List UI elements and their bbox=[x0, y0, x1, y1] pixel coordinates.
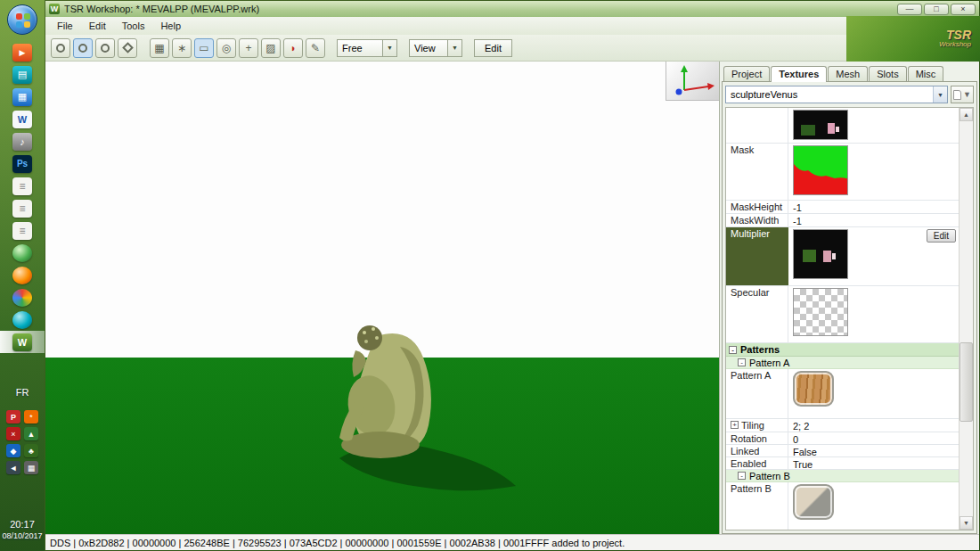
menu-tools[interactable]: Tools bbox=[114, 19, 153, 33]
tray-close-app-icon[interactable]: × bbox=[6, 427, 20, 440]
scroll-down-button[interactable]: ▼ bbox=[960, 516, 973, 530]
tray-leaf-app-icon[interactable]: ♣ bbox=[24, 444, 38, 457]
language-indicator[interactable]: FR bbox=[16, 387, 29, 398]
tray-paw-app-icon[interactable]: * bbox=[24, 410, 38, 424]
tsr-workshop-taskbar-icon: W bbox=[12, 333, 32, 351]
sculpture-venus-model[interactable] bbox=[313, 311, 553, 525]
camera-orbit-button[interactable] bbox=[51, 38, 70, 58]
view-combo[interactable]: View ▼ bbox=[409, 39, 462, 57]
taskbar-item[interactable]: ▤ bbox=[0, 63, 45, 86]
tsr-workshop-window: W TSR Workshop: * MEVALPP (MEVALPP.wrk) … bbox=[45, 0, 980, 551]
pencil-tool-icon: ✎ bbox=[311, 42, 320, 54]
tab-textures[interactable]: Textures bbox=[771, 66, 827, 82]
tray-blue-app-icon[interactable]: ◆ bbox=[6, 444, 20, 457]
target-button[interactable]: ◎ bbox=[216, 38, 236, 58]
textures-tab-body: sculptureVenus ▼ ▼ bbox=[722, 81, 977, 534]
scroll-thumb[interactable] bbox=[960, 342, 973, 422]
chevron-down-icon[interactable]: ▼ bbox=[933, 86, 947, 103]
tray-speaker-icon[interactable]: ◄ bbox=[6, 461, 20, 474]
tiling-value[interactable]: 2; 2 bbox=[788, 419, 959, 432]
multiplier-texture-thumbnail[interactable] bbox=[793, 229, 848, 279]
start-orb[interactable] bbox=[7, 4, 37, 35]
rotation-value[interactable]: 0 bbox=[788, 432, 959, 444]
tab-misc[interactable]: Misc bbox=[908, 66, 944, 81]
pattern-a-thumbnail[interactable] bbox=[793, 371, 834, 407]
close-button[interactable]: × bbox=[951, 4, 976, 15]
taskbar-item[interactable]: Ps bbox=[0, 152, 45, 175]
collapse-icon[interactable]: - bbox=[738, 472, 746, 480]
tab-project[interactable]: Project bbox=[723, 66, 770, 81]
chevron-down-icon[interactable]: ▼ bbox=[383, 39, 397, 57]
mask-width-value[interactable]: -1 bbox=[788, 214, 959, 226]
grid-tool-icon: ▦ bbox=[154, 42, 164, 54]
clock[interactable]: 20:17 bbox=[10, 519, 35, 530]
texture-view-button[interactable]: ▨ bbox=[261, 38, 281, 58]
overlay-texture-thumbnail[interactable] bbox=[793, 110, 848, 140]
maximize-button[interactable]: □ bbox=[924, 4, 949, 15]
paint-button[interactable]: ◗ bbox=[283, 38, 303, 58]
tray-icon-grid: P * × ▲ ◆ ♣ ◄ ▦ bbox=[6, 410, 38, 474]
taskbar-item[interactable] bbox=[0, 286, 45, 308]
specular-texture-thumbnail[interactable] bbox=[793, 288, 848, 336]
table-row: Enabled True bbox=[726, 457, 959, 470]
menu-help[interactable]: Help bbox=[152, 19, 189, 33]
camera-mode-value: Free bbox=[337, 39, 383, 57]
camera-zoom-button[interactable] bbox=[95, 38, 115, 58]
texture-group-combo[interactable]: sculptureVenus ▼ bbox=[725, 86, 948, 103]
collapse-icon[interactable]: - bbox=[738, 358, 746, 366]
edit-button[interactable]: Edit bbox=[474, 39, 512, 57]
date[interactable]: 08/10/2017 bbox=[2, 531, 42, 540]
circle-outline-icon bbox=[101, 44, 110, 53]
tray-p-app-icon[interactable]: P bbox=[6, 410, 20, 424]
texture-options-button[interactable]: ▼ bbox=[951, 86, 974, 103]
multiplier-edit-button[interactable]: Edit bbox=[927, 229, 956, 243]
titlebar[interactable]: W TSR Workshop: * MEVALPP (MEVALPP.wrk) … bbox=[45, 1, 979, 17]
app-icon: W bbox=[49, 4, 60, 14]
viewport-3d[interactable] bbox=[45, 62, 720, 534]
taskbar-item[interactable]: ▶ bbox=[0, 41, 45, 63]
tab-slots[interactable]: Slots bbox=[869, 66, 906, 81]
taskbar-item[interactable]: ▦ bbox=[0, 86, 45, 108]
taskbar-icon-list: ▶ ▤ ▦ W ♪ Ps ≡ ≡ ≡ W bbox=[0, 41, 45, 353]
taskbar-item[interactable]: W bbox=[0, 108, 45, 130]
scroll-up-button[interactable]: ▲ bbox=[960, 108, 973, 121]
camera-mode-combo[interactable]: Free ▼ bbox=[337, 39, 397, 57]
tasklist-icon: ≡ bbox=[12, 222, 32, 240]
move-axes-button[interactable]: + bbox=[239, 38, 258, 58]
chevron-down-icon[interactable]: ▼ bbox=[448, 39, 462, 57]
pattern-b-section-header: - Pattern B bbox=[726, 470, 959, 482]
pattern-b-thumbnail[interactable] bbox=[793, 484, 834, 520]
taskbar-item[interactable] bbox=[0, 264, 45, 286]
edit-mesh-button[interactable]: ✎ bbox=[306, 38, 325, 58]
taskbar-item[interactable]: ≡ bbox=[0, 175, 45, 197]
menu-edit[interactable]: Edit bbox=[81, 19, 114, 33]
taskbar-item[interactable]: ≡ bbox=[0, 197, 45, 219]
collapse-icon[interactable]: - bbox=[729, 346, 737, 354]
axis-gizmo[interactable] bbox=[666, 62, 719, 101]
mask-texture-thumbnail[interactable] bbox=[793, 145, 848, 195]
tray-green-app-icon[interactable]: ▲ bbox=[24, 427, 38, 440]
window-controls: — □ × bbox=[897, 4, 976, 15]
pattern-b-header-label: Pattern B bbox=[749, 471, 790, 481]
taskbar-item[interactable]: ♪ bbox=[0, 130, 45, 152]
preview-mode-button[interactable]: ▭ bbox=[194, 38, 214, 58]
linked-value[interactable]: False bbox=[788, 445, 959, 456]
scroll-track[interactable] bbox=[960, 121, 973, 516]
taskbar-item[interactable] bbox=[0, 242, 45, 264]
menu-file[interactable]: File bbox=[49, 19, 81, 33]
tab-mesh[interactable]: Mesh bbox=[828, 66, 868, 81]
taskbar-item-tsr-workshop-active[interactable]: W bbox=[0, 331, 45, 353]
panel-tabs: Project Textures Mesh Slots Misc bbox=[722, 64, 977, 81]
tray-display-icon[interactable]: ▦ bbox=[24, 461, 38, 474]
show-grid-button[interactable]: ▦ bbox=[150, 38, 169, 58]
taskbar-item[interactable] bbox=[0, 308, 45, 331]
snap-button[interactable]: ∗ bbox=[172, 38, 192, 58]
camera-pan-button[interactable] bbox=[73, 38, 93, 58]
patterns-header-label: Patterns bbox=[740, 344, 780, 355]
mask-height-value[interactable]: -1 bbox=[788, 201, 959, 213]
taskbar-item[interactable]: ≡ bbox=[0, 219, 45, 242]
enabled-value[interactable]: True bbox=[788, 457, 959, 469]
camera-reset-button[interactable] bbox=[118, 38, 137, 58]
minimize-button[interactable]: — bbox=[897, 4, 922, 15]
expand-icon[interactable]: + bbox=[731, 421, 739, 429]
